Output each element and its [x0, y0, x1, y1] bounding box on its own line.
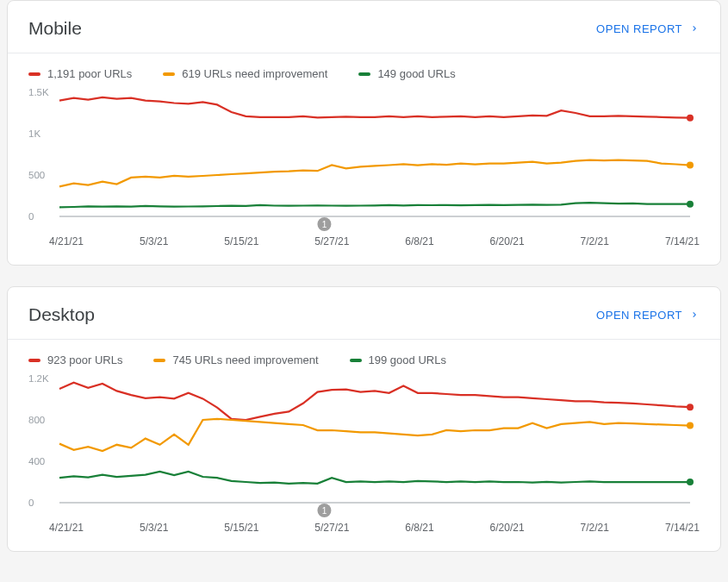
open-report-link[interactable]: OPEN REPORT [596, 22, 700, 35]
legend-swatch-good [358, 72, 370, 76]
legend-label-good: 199 good URLs [369, 354, 446, 366]
y-tick: 800 [28, 415, 45, 425]
legend-item-poor: 1,191 poor URLs [28, 67, 132, 80]
legend-swatch-needs [153, 359, 165, 362]
card-header: Mobile OPEN REPORT [8, 1, 720, 53]
chevron-right-icon [689, 23, 700, 34]
card-mobile: Mobile OPEN REPORT 1,191 poor URLs 619 U… [7, 0, 721, 266]
open-report-link[interactable]: OPEN REPORT [596, 309, 700, 322]
x-tick: 5/3/21 [140, 235, 168, 247]
legend-item-poor: 923 poor URLs [28, 354, 122, 366]
x-tick: 6/20/21 [490, 522, 525, 534]
legend-swatch-poor [28, 359, 40, 362]
chart-area: 1.5K 1K 500 0 1 [8, 87, 720, 225]
x-tick: 7/2/21 [581, 522, 609, 534]
legend-item-needs: 619 URLs need improvement [163, 67, 327, 80]
legend-swatch-poor [28, 72, 40, 76]
x-tick: 4/21/21 [49, 235, 84, 247]
legend-label-poor: 923 poor URLs [47, 354, 122, 366]
svg-point-8 [687, 422, 694, 429]
y-tick: 1K [28, 128, 40, 139]
legend-swatch-good [350, 359, 362, 362]
y-tick: 1.5K [28, 87, 49, 97]
open-report-label: OPEN REPORT [596, 22, 682, 35]
x-tick: 5/27/21 [314, 235, 349, 247]
legend: 923 poor URLs 745 URLs need improvement … [8, 340, 720, 373]
svg-point-7 [687, 404, 694, 410]
svg-point-2 [687, 162, 694, 169]
line-chart: 1 [28, 373, 700, 520]
x-tick: 6/8/21 [405, 522, 433, 534]
legend-label-needs: 619 URLs need improvement [182, 67, 327, 80]
svg-text:1: 1 [322, 220, 327, 229]
x-tick: 6/8/21 [405, 235, 433, 247]
legend-swatch-needs [163, 72, 175, 76]
x-tick: 6/20/21 [490, 235, 525, 247]
svg-point-9 [687, 479, 694, 485]
line-chart: 1 [28, 87, 700, 234]
svg-text:1: 1 [322, 506, 327, 516]
legend-label-good: 149 good URLs [377, 67, 455, 80]
card-title: Mobile [28, 18, 82, 39]
x-tick: 7/14/21 [665, 235, 700, 247]
card-header: Desktop OPEN REPORT [8, 287, 720, 339]
legend-item-needs: 745 URLs need improvement [153, 354, 318, 366]
card-desktop: Desktop OPEN REPORT 923 poor URLs 745 UR… [7, 286, 721, 552]
legend: 1,191 poor URLs 619 URLs need improvemen… [8, 53, 720, 87]
x-tick: 5/15/21 [224, 235, 258, 247]
legend-item-good: 199 good URLs [350, 354, 446, 366]
y-tick: 500 [28, 170, 45, 180]
x-tick: 4/21/21 [49, 522, 84, 534]
open-report-label: OPEN REPORT [596, 309, 682, 322]
svg-point-1 [687, 115, 694, 122]
y-tick: 0 [28, 211, 34, 222]
x-tick: 7/14/21 [665, 522, 700, 534]
chevron-right-icon [689, 310, 700, 320]
y-tick: 0 [28, 498, 34, 508]
x-tick: 5/15/21 [224, 522, 258, 534]
chart-area: 1.2K 800 400 0 1 [8, 373, 720, 511]
x-tick: 5/27/21 [314, 522, 349, 534]
card-title: Desktop [28, 304, 95, 325]
y-tick: 1.2K [28, 373, 49, 384]
x-tick: 7/2/21 [581, 235, 609, 247]
legend-label-needs: 745 URLs need improvement [172, 354, 318, 366]
y-tick: 400 [28, 456, 45, 466]
legend-label-poor: 1,191 poor URLs [47, 67, 132, 80]
svg-point-3 [687, 201, 694, 208]
legend-item-good: 149 good URLs [358, 67, 455, 80]
x-tick: 5/3/21 [140, 522, 168, 534]
